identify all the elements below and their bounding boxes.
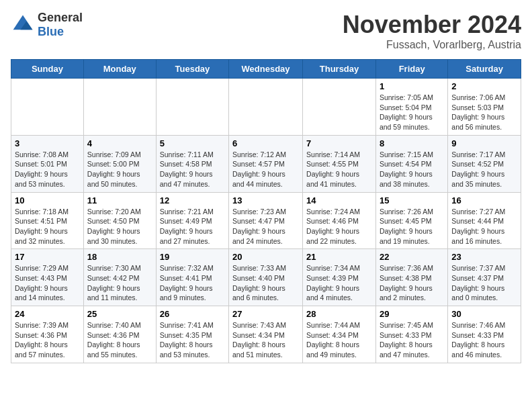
day-info: Sunrise: 7:15 AMSunset: 4:54 PMDaylight:… [380, 150, 444, 189]
calendar-cell [303, 79, 376, 136]
weekday-header-row: SundayMondayTuesdayWednesdayThursdayFrid… [11, 60, 521, 79]
day-info: Sunrise: 7:34 AMSunset: 4:39 PMDaylight:… [306, 263, 372, 303]
day-info: Sunrise: 7:40 AMSunset: 4:36 PMDaylight:… [87, 320, 152, 360]
day-number: 11 [87, 195, 152, 205]
day-number: 8 [380, 138, 444, 148]
calendar-cell: 26Sunrise: 7:41 AMSunset: 4:35 PMDayligh… [156, 306, 228, 363]
day-number: 10 [15, 195, 80, 205]
day-number: 13 [232, 195, 299, 205]
day-number: 28 [306, 309, 372, 319]
day-info: Sunrise: 7:43 AMSunset: 4:34 PMDaylight:… [232, 320, 299, 360]
calendar-cell: 20Sunrise: 7:33 AMSunset: 4:40 PMDayligh… [229, 249, 303, 306]
day-info: Sunrise: 7:11 AMSunset: 4:58 PMDaylight:… [160, 150, 225, 189]
day-number: 1 [380, 81, 444, 91]
day-info: Sunrise: 7:29 AMSunset: 4:43 PMDaylight:… [15, 263, 80, 303]
calendar-cell: 28Sunrise: 7:44 AMSunset: 4:34 PMDayligh… [303, 306, 376, 363]
day-info: Sunrise: 7:33 AMSunset: 4:40 PMDaylight:… [232, 263, 299, 303]
day-number: 3 [15, 138, 80, 148]
day-info: Sunrise: 7:24 AMSunset: 4:46 PMDaylight:… [306, 207, 372, 246]
calendar-week-3: 10Sunrise: 7:18 AMSunset: 4:51 PMDayligh… [11, 192, 521, 249]
calendar-week-1: 1Sunrise: 7:05 AMSunset: 5:04 PMDaylight… [11, 79, 521, 136]
weekday-header-monday: Monday [83, 60, 156, 79]
day-number: 19 [160, 252, 225, 262]
calendar-cell: 1Sunrise: 7:05 AMSunset: 5:04 PMDaylight… [375, 79, 447, 136]
header: General Blue November 2024 Fussach, Vora… [11, 11, 521, 51]
day-info: Sunrise: 7:30 AMSunset: 4:42 PMDaylight:… [87, 263, 152, 303]
calendar-week-4: 17Sunrise: 7:29 AMSunset: 4:43 PMDayligh… [11, 249, 521, 306]
calendar-cell: 15Sunrise: 7:26 AMSunset: 4:45 PMDayligh… [375, 192, 447, 249]
day-number: 12 [160, 195, 225, 205]
day-info: Sunrise: 7:46 AMSunset: 4:33 PMDaylight:… [451, 320, 517, 360]
calendar-cell: 12Sunrise: 7:21 AMSunset: 4:49 PMDayligh… [156, 192, 228, 249]
day-number: 4 [87, 138, 152, 148]
calendar-cell: 14Sunrise: 7:24 AMSunset: 4:46 PMDayligh… [303, 192, 376, 249]
calendar-cell: 27Sunrise: 7:43 AMSunset: 4:34 PMDayligh… [229, 306, 303, 363]
calendar-cell [83, 79, 156, 136]
day-number: 18 [87, 252, 152, 262]
day-number: 25 [87, 309, 152, 319]
logo: General Blue [11, 11, 83, 39]
day-number: 2 [451, 81, 517, 91]
calendar-cell: 9Sunrise: 7:17 AMSunset: 4:52 PMDaylight… [448, 135, 521, 192]
day-number: 5 [160, 138, 225, 148]
calendar-week-5: 24Sunrise: 7:39 AMSunset: 4:36 PMDayligh… [11, 306, 521, 363]
title-section: November 2024 Fussach, Vorarlberg, Austr… [343, 11, 521, 51]
calendar-cell: 5Sunrise: 7:11 AMSunset: 4:58 PMDaylight… [156, 135, 228, 192]
calendar-cell: 18Sunrise: 7:30 AMSunset: 4:42 PMDayligh… [83, 249, 156, 306]
weekday-header-saturday: Saturday [448, 60, 521, 79]
calendar-table: SundayMondayTuesdayWednesdayThursdayFrid… [11, 59, 521, 363]
calendar-cell [156, 79, 228, 136]
day-number: 26 [160, 309, 225, 319]
calendar-cell: 29Sunrise: 7:45 AMSunset: 4:33 PMDayligh… [375, 306, 447, 363]
calendar-cell: 24Sunrise: 7:39 AMSunset: 4:36 PMDayligh… [11, 306, 84, 363]
day-info: Sunrise: 7:14 AMSunset: 4:55 PMDaylight:… [306, 150, 372, 189]
day-number: 6 [232, 138, 299, 148]
calendar-cell: 21Sunrise: 7:34 AMSunset: 4:39 PMDayligh… [303, 249, 376, 306]
day-number: 14 [306, 195, 372, 205]
day-info: Sunrise: 7:45 AMSunset: 4:33 PMDaylight:… [380, 320, 444, 360]
day-number: 17 [15, 252, 80, 262]
day-number: 24 [15, 309, 80, 319]
month-title: November 2024 [343, 11, 521, 39]
calendar-cell: 10Sunrise: 7:18 AMSunset: 4:51 PMDayligh… [11, 192, 84, 249]
location-subtitle: Fussach, Vorarlberg, Austria [343, 39, 521, 51]
day-info: Sunrise: 7:27 AMSunset: 4:44 PMDaylight:… [451, 207, 517, 246]
day-info: Sunrise: 7:23 AMSunset: 4:47 PMDaylight:… [232, 207, 299, 246]
day-info: Sunrise: 7:36 AMSunset: 4:38 PMDaylight:… [380, 263, 444, 303]
day-info: Sunrise: 7:06 AMSunset: 5:03 PMDaylight:… [451, 93, 517, 132]
calendar-cell: 11Sunrise: 7:20 AMSunset: 4:50 PMDayligh… [83, 192, 156, 249]
day-info: Sunrise: 7:44 AMSunset: 4:34 PMDaylight:… [306, 320, 372, 360]
calendar-cell: 13Sunrise: 7:23 AMSunset: 4:47 PMDayligh… [229, 192, 303, 249]
calendar-cell: 3Sunrise: 7:08 AMSunset: 5:01 PMDaylight… [11, 135, 84, 192]
calendar-cell: 8Sunrise: 7:15 AMSunset: 4:54 PMDaylight… [375, 135, 447, 192]
weekday-header-sunday: Sunday [11, 60, 84, 79]
day-number: 21 [306, 252, 372, 262]
day-info: Sunrise: 7:21 AMSunset: 4:49 PMDaylight:… [160, 207, 225, 246]
calendar-cell: 2Sunrise: 7:06 AMSunset: 5:03 PMDaylight… [448, 79, 521, 136]
day-info: Sunrise: 7:09 AMSunset: 5:00 PMDaylight:… [87, 150, 152, 189]
calendar-week-2: 3Sunrise: 7:08 AMSunset: 5:01 PMDaylight… [11, 135, 521, 192]
calendar-body: 1Sunrise: 7:05 AMSunset: 5:04 PMDaylight… [11, 79, 521, 363]
day-info: Sunrise: 7:18 AMSunset: 4:51 PMDaylight:… [15, 207, 80, 246]
day-info: Sunrise: 7:26 AMSunset: 4:45 PMDaylight:… [380, 207, 444, 246]
day-number: 29 [380, 309, 444, 319]
day-info: Sunrise: 7:37 AMSunset: 4:37 PMDaylight:… [451, 263, 517, 303]
weekday-header-friday: Friday [375, 60, 447, 79]
calendar-cell: 4Sunrise: 7:09 AMSunset: 5:00 PMDaylight… [83, 135, 156, 192]
day-info: Sunrise: 7:05 AMSunset: 5:04 PMDaylight:… [380, 93, 444, 132]
calendar-cell: 16Sunrise: 7:27 AMSunset: 4:44 PMDayligh… [448, 192, 521, 249]
day-info: Sunrise: 7:20 AMSunset: 4:50 PMDaylight:… [87, 207, 152, 246]
weekday-header-thursday: Thursday [303, 60, 376, 79]
calendar-cell: 6Sunrise: 7:12 AMSunset: 4:57 PMDaylight… [229, 135, 303, 192]
day-number: 20 [232, 252, 299, 262]
day-number: 9 [451, 138, 517, 148]
logo-text: General Blue [38, 11, 83, 39]
day-info: Sunrise: 7:12 AMSunset: 4:57 PMDaylight:… [232, 150, 299, 189]
day-info: Sunrise: 7:39 AMSunset: 4:36 PMDaylight:… [15, 320, 80, 360]
weekday-header-tuesday: Tuesday [156, 60, 228, 79]
calendar-cell: 17Sunrise: 7:29 AMSunset: 4:43 PMDayligh… [11, 249, 84, 306]
calendar-cell: 19Sunrise: 7:32 AMSunset: 4:41 PMDayligh… [156, 249, 228, 306]
calendar-cell [11, 79, 84, 136]
day-info: Sunrise: 7:17 AMSunset: 4:52 PMDaylight:… [451, 150, 517, 189]
calendar-cell: 25Sunrise: 7:40 AMSunset: 4:36 PMDayligh… [83, 306, 156, 363]
